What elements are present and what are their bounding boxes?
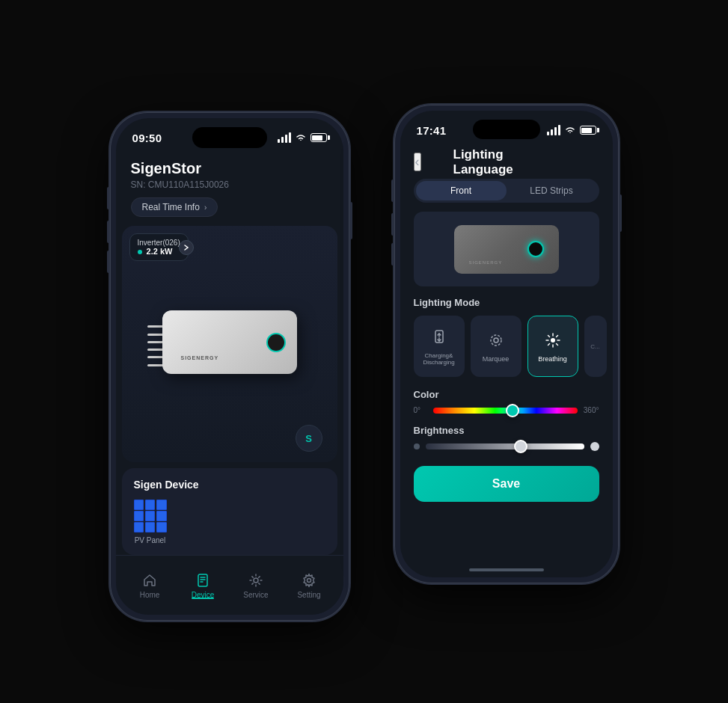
svg-point-9 [491, 335, 501, 346]
svg-point-5 [308, 578, 311, 582]
pv-panel-label: PV Panel [135, 536, 166, 544]
brightness-slider[interactable] [426, 443, 584, 449]
signal-icon-right [547, 125, 560, 135]
preview-led [527, 241, 544, 257]
mode-cont-partial: C... [584, 316, 607, 377]
device-header: SigenStor SN: CMU110A115J0026 Real Time … [116, 157, 343, 226]
color-label: Color [414, 389, 599, 400]
device-sn: SN: CMU110A115J0026 [131, 179, 328, 190]
wifi-icon-right [564, 126, 576, 135]
svg-point-4 [254, 578, 258, 583]
color-slider-thumb[interactable] [506, 404, 519, 417]
battery-icon-left [311, 133, 327, 142]
left-phone: 09:50 Si [110, 112, 349, 621]
mode-charging-label: Charging& Discharging [423, 352, 454, 366]
nav-item-setting[interactable]: Setting [283, 572, 336, 599]
color-min-label: 0° [414, 406, 427, 414]
device-icon [195, 572, 211, 589]
signal-icon [278, 132, 291, 143]
left-content: SigenStor SN: CMU110A115J0026 Real Time … [116, 157, 343, 615]
inverter-power: 2.2 kW [138, 247, 180, 256]
service-nav-label: Service [243, 591, 268, 599]
color-range-row: 0° 360° [414, 406, 599, 414]
power-indicator [138, 250, 142, 254]
color-slider[interactable] [433, 408, 578, 414]
lighting-mode-label: Lighting Mode [400, 297, 613, 308]
home-nav-label: Home [140, 591, 160, 599]
brightness-section: Brightness [400, 425, 613, 451]
tab-switcher: Front LED Strips [414, 179, 599, 203]
brightness-label: Brightness [414, 425, 599, 436]
right-header: ‹ Lighting Language [400, 150, 613, 179]
status-icons-right [547, 125, 596, 135]
svg-line-15 [548, 336, 549, 337]
nav-item-service[interactable]: Service [230, 572, 283, 599]
nav-item-device[interactable]: Device [177, 572, 230, 599]
back-button[interactable]: ‹ [414, 153, 421, 171]
save-button-label: Save [492, 477, 520, 491]
mode-marquee[interactable]: Marquee [471, 316, 521, 377]
mode-marquee-label: Marquee [483, 355, 510, 363]
charging-discharging-icon [429, 327, 450, 348]
brightness-max-icon [590, 442, 599, 451]
bottom-spacer [400, 502, 613, 562]
status-time-left: 09:50 [132, 132, 162, 144]
status-time-right: 17:41 [417, 124, 447, 137]
device-visual: SIGENERGY Inverter(026) 2.2 kW [122, 226, 337, 462]
save-button[interactable]: Save [414, 466, 599, 502]
mode-charging-discharging[interactable]: Charging& Discharging [414, 316, 465, 377]
svg-line-16 [556, 344, 557, 346]
preview-brand-text: SIGENERGY [469, 260, 503, 265]
sigen-logo-button[interactable]: S [296, 425, 322, 452]
right-phone: 17:41 ‹ [394, 105, 619, 583]
setting-icon [301, 572, 317, 589]
inverter-tooltip[interactable]: Inverter(026) 2.2 kW [129, 233, 189, 261]
device-title: SigenStor [131, 160, 328, 177]
svg-line-18 [556, 336, 557, 337]
device-preview: SIGENERGY [414, 212, 599, 286]
pv-panel-item[interactable]: PV Panel [134, 500, 167, 544]
brightness-slider-thumb[interactable] [514, 440, 527, 453]
battery-icon-right [580, 126, 596, 135]
active-bar [192, 598, 214, 599]
right-content: ‹ Lighting Language Front LED Strips SIG… [400, 150, 613, 577]
device-brand-label: SIGENERGY [181, 355, 219, 360]
dynamic-island-right [473, 120, 540, 139]
device-body: SIGENERGY [162, 310, 297, 374]
mode-breathing[interactable]: Breathing [527, 316, 578, 377]
svg-point-10 [494, 338, 498, 343]
right-phone-screen: 17:41 ‹ [400, 111, 613, 577]
left-phone-screen: 09:50 Si [116, 118, 343, 615]
brightness-min-icon [414, 443, 420, 449]
tooltip-arrow-button[interactable] [179, 240, 194, 255]
home-bar-line [469, 568, 544, 571]
pv-panel-icon [134, 500, 167, 532]
page-title: Lighting Language [453, 147, 560, 177]
setting-nav-label: Setting [297, 591, 320, 599]
wifi-icon [295, 133, 307, 142]
realtime-button[interactable]: Real Time Info › [131, 197, 218, 217]
chevron-right-icon: › [204, 203, 207, 212]
scene: 09:50 Si [0, 0, 728, 703]
sigen-device-section: Sigen Device PV Panel [122, 468, 337, 555]
preview-device-illustration: SIGENERGY [447, 221, 566, 277]
dynamic-island-left [192, 127, 267, 148]
svg-line-17 [548, 344, 549, 346]
color-max-label: 360° [584, 406, 599, 414]
marquee-icon [486, 330, 507, 351]
preview-body: SIGENERGY [454, 225, 559, 274]
bottom-nav: Home Device [116, 555, 343, 615]
tab-led-strips[interactable]: LED Strips [507, 181, 597, 200]
breathing-icon [542, 330, 563, 351]
nav-item-home[interactable]: Home [123, 572, 177, 599]
tab-front[interactable]: Front [416, 181, 507, 200]
status-icons-left [278, 132, 327, 143]
service-icon [248, 572, 264, 589]
home-bar-right [400, 562, 613, 577]
realtime-label: Real Time Info [142, 202, 200, 212]
power-value: 2.2 kW [147, 247, 173, 256]
sigen-device-title: Sigen Device [134, 479, 325, 491]
sigenstor-illustration: SIGENERGY [147, 299, 312, 389]
color-section: Color 0° 360° [400, 389, 613, 414]
home-icon [141, 572, 158, 589]
